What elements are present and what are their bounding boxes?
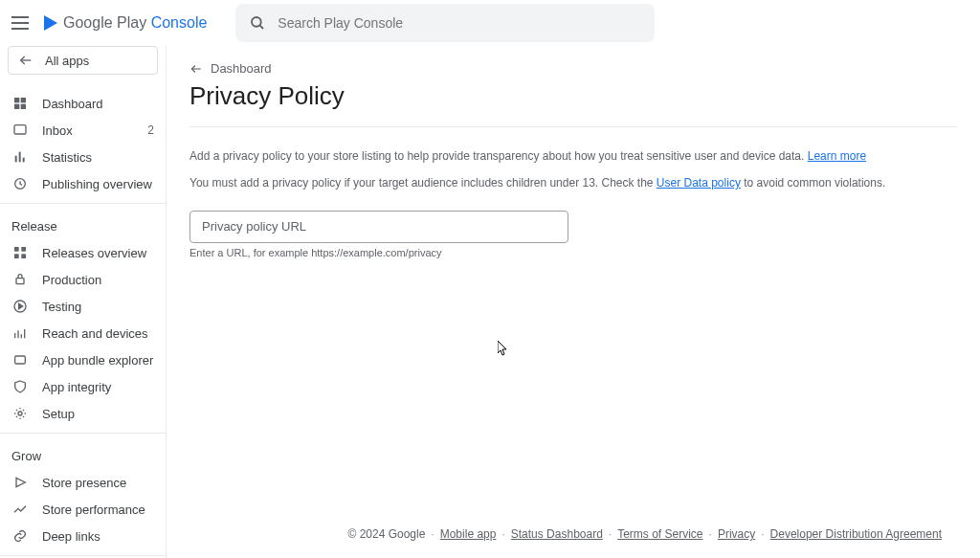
description-1: Add a privacy policy to your store listi… <box>189 146 957 166</box>
learn-more-link[interactable]: Learn more <box>808 149 866 163</box>
releases-icon <box>11 244 29 261</box>
logo-text: Google Play Console <box>63 14 207 32</box>
sidebar-item-inbox[interactable]: Inbox 2 <box>0 117 166 144</box>
section-title-grow: Grow <box>0 439 166 469</box>
svg-rect-13 <box>21 247 26 252</box>
nav-label: Store presence <box>42 476 154 490</box>
sidebar-item-app-integrity[interactable]: App integrity <box>0 373 166 400</box>
testing-icon <box>11 298 29 315</box>
divider <box>189 126 957 127</box>
svg-point-24 <box>18 412 22 415</box>
all-apps-label: All apps <box>45 54 89 68</box>
sidebar-item-deep-links[interactable]: Deep links <box>0 523 166 549</box>
copyright: © 2024 Google <box>347 527 425 541</box>
sidebar-item-publishing-overview[interactable]: Publishing overview <box>0 170 166 197</box>
main-content: Dashboard Privacy Policy Add a privacy p… <box>167 46 980 558</box>
svg-rect-14 <box>14 254 19 258</box>
svg-marker-25 <box>16 478 25 486</box>
page-title: Privacy Policy <box>189 81 957 111</box>
nav-label: Production <box>42 273 154 287</box>
nav-label: Deep links <box>42 529 154 544</box>
arrow-back-icon <box>18 53 33 68</box>
nav-label: Store performance <box>42 502 154 517</box>
nav-label: App bundle explorer <box>42 353 154 368</box>
dashboard-icon <box>11 95 29 112</box>
statistics-icon <box>11 148 29 166</box>
menu-icon[interactable] <box>11 11 34 34</box>
privacy-policy-url-input[interactable] <box>189 211 568 243</box>
description-2: You must add a privacy policy if your ta… <box>189 173 957 192</box>
nav-label: Testing <box>42 300 154 314</box>
publishing-icon <box>11 175 29 192</box>
play-icon <box>44 15 57 31</box>
svg-rect-7 <box>14 125 26 134</box>
svg-point-0 <box>252 17 261 27</box>
sidebar-item-setup[interactable]: Setup <box>0 400 166 427</box>
svg-marker-18 <box>19 303 23 308</box>
sidebar-item-production[interactable]: Production <box>0 266 166 293</box>
svg-rect-8 <box>15 156 17 163</box>
svg-rect-15 <box>21 254 26 258</box>
sidebar-item-releases-overview[interactable]: Releases overview <box>0 239 166 266</box>
footer: © 2024 Google · Mobile app · Status Dash… <box>347 527 942 541</box>
svg-rect-23 <box>15 356 26 364</box>
sidebar-item-dashboard[interactable]: Dashboard <box>0 90 166 117</box>
svg-rect-9 <box>19 152 21 163</box>
footer-link-privacy[interactable]: Privacy <box>718 527 755 541</box>
play-console-logo[interactable]: Google Play Console <box>44 14 207 32</box>
performance-icon <box>11 501 29 518</box>
nav-label: Dashboard <box>42 97 154 111</box>
search-icon <box>249 14 266 32</box>
footer-link-terms[interactable]: Terms of Service <box>617 527 702 541</box>
inbox-badge: 2 <box>147 123 154 137</box>
svg-rect-5 <box>14 104 19 109</box>
sidebar-item-testing[interactable]: Testing <box>0 293 166 320</box>
input-helper-text: Enter a URL, for example https://example… <box>189 247 568 258</box>
svg-line-1 <box>260 25 264 29</box>
nav-label: Reach and devices <box>42 326 154 341</box>
sidebar-item-statistics[interactable]: Statistics <box>0 144 166 170</box>
sidebar-item-store-presence[interactable]: Store presence <box>0 469 166 496</box>
store-icon <box>11 474 29 491</box>
sidebar-item-store-performance[interactable]: Store performance <box>0 496 166 523</box>
nav-label: Inbox <box>42 123 134 138</box>
reach-icon <box>11 324 29 342</box>
footer-link-dda[interactable]: Developer Distribution Agreement <box>770 527 942 541</box>
svg-rect-16 <box>16 279 24 284</box>
nav-label: Setup <box>42 407 154 421</box>
production-icon <box>11 271 29 288</box>
breadcrumb[interactable]: Dashboard <box>189 61 957 76</box>
svg-rect-6 <box>21 104 26 109</box>
nav-label: App integrity <box>42 380 154 394</box>
nav-label: Publishing overview <box>42 177 154 191</box>
gear-icon <box>11 405 29 422</box>
section-title-release: Release <box>0 210 166 239</box>
arrow-back-icon <box>189 62 203 76</box>
footer-link-status-dashboard[interactable]: Status Dashboard <box>511 527 603 541</box>
breadcrumb-label: Dashboard <box>211 61 272 76</box>
search-box[interactable] <box>235 4 655 42</box>
footer-link-mobile-app[interactable]: Mobile app <box>440 527 497 541</box>
svg-rect-12 <box>14 247 19 252</box>
shield-icon <box>11 378 29 395</box>
link-icon <box>11 527 29 545</box>
cursor-icon <box>498 341 509 359</box>
inbox-icon <box>11 122 29 139</box>
svg-rect-3 <box>14 98 19 102</box>
bundle-icon <box>11 351 29 368</box>
svg-rect-4 <box>21 98 26 102</box>
search-input[interactable] <box>278 15 641 31</box>
nav-label: Statistics <box>42 150 154 165</box>
sidebar-item-reach-devices[interactable]: Reach and devices <box>0 320 166 346</box>
sidebar-item-app-bundle[interactable]: App bundle explorer <box>0 346 166 373</box>
svg-rect-10 <box>23 158 25 163</box>
all-apps-button[interactable]: All apps <box>8 46 158 75</box>
nav-label: Releases overview <box>42 246 154 260</box>
user-data-policy-link[interactable]: User Data policy <box>657 176 741 190</box>
sidebar: All apps Dashboard Inbox 2 Statistics Pu… <box>0 46 167 558</box>
